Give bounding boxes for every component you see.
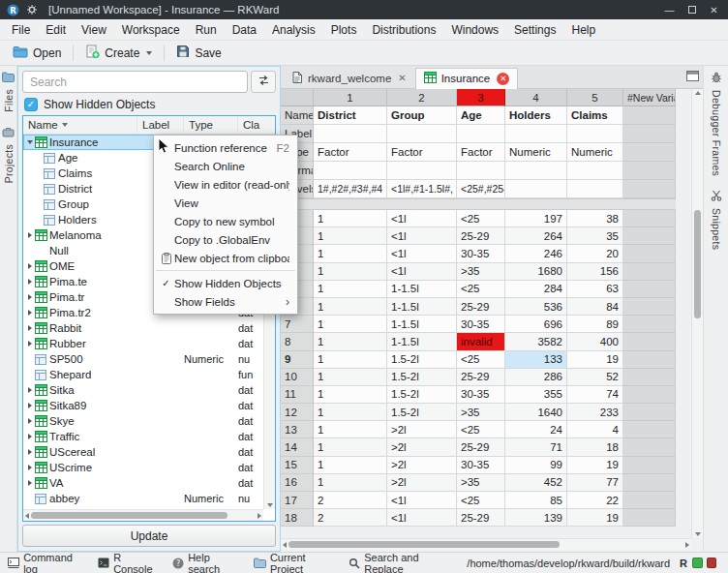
notification-indicator[interactable] [707, 558, 717, 568]
context-menu-item-show-hidden-objects[interactable]: ✓Show Hidden Objects [154, 274, 297, 292]
meta-cell-format[interactable] [505, 162, 567, 180]
data-cell[interactable]: <25 [457, 421, 505, 438]
tab-insurance[interactable]: Insurance ✕ [415, 68, 519, 89]
new-variable-cell[interactable] [623, 492, 676, 509]
collapsed-arrow-icon[interactable] [25, 294, 35, 300]
scroll-down-icon[interactable] [267, 503, 273, 507]
data-cell[interactable]: 197 [505, 210, 567, 227]
data-cell[interactable]: <1l [387, 509, 457, 527]
meta-cell-format[interactable] [567, 162, 623, 180]
new-variable-cell[interactable] [623, 509, 676, 527]
row-header-17[interactable]: 17 [281, 492, 314, 509]
new-variable-cell[interactable] [623, 125, 676, 143]
column-header-4[interactable]: 4 [505, 89, 567, 106]
tree-item-traffic[interactable]: Trafficdat [23, 429, 275, 444]
data-cell[interactable]: <25 [457, 351, 505, 369]
meta-cell-levels[interactable] [505, 180, 567, 198]
data-cell[interactable]: 25-29 [457, 298, 505, 316]
data-cell[interactable]: 1 [314, 263, 387, 281]
scroll-right-icon[interactable] [258, 513, 261, 519]
data-cell[interactable]: 38 [567, 210, 623, 227]
dock-tab-snippets[interactable]: Snippets [711, 190, 722, 250]
meta-cell-name[interactable]: Age [457, 106, 505, 125]
column-header-5[interactable]: 5 [567, 89, 623, 106]
data-cell[interactable]: 1 [314, 404, 387, 421]
row-header-13[interactable]: 13 [281, 421, 314, 438]
row-header-9[interactable]: 9 [281, 351, 314, 369]
dock-tab-files[interactable]: Files [2, 72, 15, 112]
data-cell[interactable]: 99 [505, 457, 567, 474]
menu-edit[interactable]: Edit [38, 21, 74, 39]
collapsed-arrow-icon[interactable] [25, 341, 35, 347]
data-cell[interactable]: 1.5-2l [387, 351, 457, 369]
meta-cell-name[interactable]: Group [387, 106, 457, 125]
statusbar-r-console[interactable]: R Console [98, 552, 160, 573]
scrollbar-thumb[interactable] [31, 512, 228, 519]
data-cell[interactable]: 696 [505, 316, 567, 333]
collapsed-arrow-icon[interactable] [25, 310, 35, 316]
data-cell[interactable]: >35 [457, 404, 505, 421]
close-icon[interactable]: ✕ [497, 73, 509, 85]
row-header-10[interactable]: 10 [281, 369, 314, 386]
new-variable-cell[interactable] [623, 386, 676, 404]
menu-help[interactable]: Help [563, 21, 603, 39]
tab-rkward-welcome[interactable]: rkward_welcome ✕ [284, 67, 415, 88]
meta-cell-levels[interactable]: <1l#,#1-1.5l#, [387, 180, 457, 198]
data-cell[interactable]: <25 [457, 492, 505, 509]
data-cell[interactable]: 18 [567, 438, 623, 456]
tree-item-sitka[interactable]: Sitkadat [23, 382, 275, 398]
context-menu-item-view-in-editor-read-only-[interactable]: View in editor (read-only) [154, 175, 297, 194]
new-variable-cell[interactable] [623, 281, 676, 298]
statusbar-search-and-replace[interactable]: Search and Replace [349, 552, 454, 573]
scroll-down-icon[interactable] [695, 532, 701, 536]
data-cell[interactable]: <1l [387, 492, 457, 509]
data-cell[interactable]: <1l [387, 210, 457, 227]
scrollbar-thumb[interactable] [288, 541, 560, 548]
data-cell[interactable]: 1 [314, 227, 387, 245]
detach-window-icon[interactable] [686, 71, 699, 84]
data-cell[interactable]: >2l [387, 421, 457, 438]
new-variable-cell[interactable] [623, 457, 676, 474]
new-variable-cell[interactable] [623, 210, 676, 227]
data-cell[interactable]: 1-1.5l [387, 316, 457, 333]
menu-workspace[interactable]: Workspace [114, 21, 188, 39]
menu-distributions[interactable]: Distributions [364, 21, 443, 39]
row-header-18[interactable]: 18 [281, 509, 314, 527]
data-cell[interactable]: 1 [314, 474, 387, 492]
data-cell[interactable]: 85 [505, 492, 567, 509]
row-header-15[interactable]: 15 [281, 457, 314, 474]
new-variable-cell[interactable] [623, 162, 676, 180]
grid-splitter[interactable] [281, 198, 676, 210]
menu-view[interactable]: View [74, 21, 114, 39]
data-cell[interactable]: <1l [387, 227, 457, 245]
tree-item-rabbit[interactable]: Rabbitdat [23, 320, 275, 336]
scroll-left-icon[interactable] [25, 513, 29, 519]
meta-cell-type[interactable]: Factor [314, 143, 387, 162]
tree-item-skye[interactable]: Skyedat [23, 413, 275, 429]
column-header-name[interactable]: Name [23, 116, 137, 134]
data-cell[interactable]: 19 [567, 509, 623, 527]
data-cell[interactable]: 1 [314, 281, 387, 298]
data-cell[interactable]: 25-29 [457, 438, 505, 456]
data-cell[interactable]: 1 [314, 245, 387, 262]
new-variable-cell[interactable] [623, 106, 676, 125]
new-variable-cell[interactable] [623, 180, 676, 198]
new-variable-cell[interactable] [623, 263, 676, 281]
maximize-button[interactable] [683, 3, 700, 17]
data-cell[interactable]: 1.5-2l [387, 369, 457, 386]
tree-item-uscereal[interactable]: UScerealdat [23, 444, 275, 460]
meta-cell-label[interactable] [314, 125, 387, 143]
menu-analysis[interactable]: Analysis [264, 21, 323, 39]
menu-run[interactable]: Run [188, 21, 225, 39]
data-cell[interactable]: 284 [505, 281, 567, 298]
update-button[interactable]: Update [22, 525, 276, 547]
menu-file[interactable]: File [4, 21, 38, 39]
collapsed-arrow-icon[interactable] [25, 325, 35, 331]
data-cell[interactable]: <25 [457, 210, 505, 227]
filter-button[interactable] [251, 71, 276, 93]
statusbar-command-log[interactable]: Command log [8, 552, 85, 573]
context-menu-item-new-object-from-clipboard[interactable]: New object from clipboard [154, 249, 297, 267]
scrollbar-thumb[interactable] [694, 210, 701, 317]
row-header-12[interactable]: 12 [281, 404, 314, 421]
create-button[interactable]: Create [76, 42, 161, 65]
